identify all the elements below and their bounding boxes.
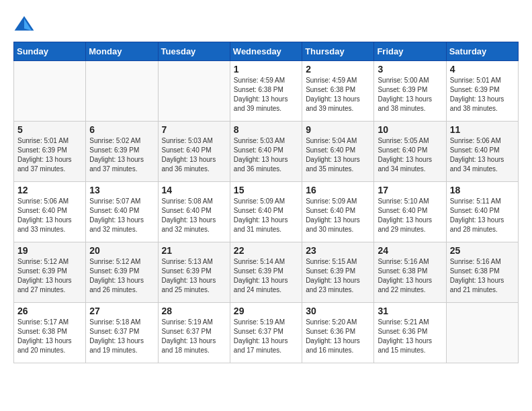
day-info: Sunrise: 5:07 AM Sunset: 6:40 PM Dayligh… [89, 197, 154, 234]
day-number: 25 [450, 245, 515, 256]
calendar-cell: 11Sunrise: 5:06 AM Sunset: 6:40 PM Dayli… [446, 122, 518, 182]
day-number: 27 [89, 306, 154, 316]
day-number: 4 [450, 64, 515, 75]
calendar-cell: 5Sunrise: 5:01 AM Sunset: 6:39 PM Daylig… [14, 122, 86, 182]
calendar-cell: 29Sunrise: 5:19 AM Sunset: 6:37 PM Dayli… [230, 303, 302, 363]
day-number: 17 [378, 185, 442, 195]
day-info: Sunrise: 4:59 AM Sunset: 6:38 PM Dayligh… [234, 76, 298, 113]
calendar-cell: 13Sunrise: 5:07 AM Sunset: 6:40 PM Dayli… [86, 182, 158, 242]
calendar-cell: 8Sunrise: 5:03 AM Sunset: 6:40 PM Daylig… [230, 122, 302, 182]
day-info: Sunrise: 5:03 AM Sunset: 6:40 PM Dayligh… [234, 136, 298, 174]
day-info: Sunrise: 5:14 AM Sunset: 6:39 PM Dayligh… [234, 257, 298, 295]
day-number: 20 [89, 245, 154, 256]
calendar-cell: 14Sunrise: 5:08 AM Sunset: 6:40 PM Dayli… [158, 182, 230, 242]
day-info: Sunrise: 5:20 AM Sunset: 6:36 PM Dayligh… [306, 318, 370, 355]
day-number: 13 [89, 185, 154, 195]
day-number: 16 [306, 185, 370, 195]
logo-icon [13, 13, 35, 35]
day-info: Sunrise: 5:19 AM Sunset: 6:37 PM Dayligh… [162, 318, 226, 355]
day-info: Sunrise: 5:09 AM Sunset: 6:40 PM Dayligh… [306, 197, 370, 234]
day-info: Sunrise: 5:16 AM Sunset: 6:38 PM Dayligh… [450, 257, 515, 295]
day-number: 23 [306, 245, 370, 256]
calendar-cell: 9Sunrise: 5:04 AM Sunset: 6:40 PM Daylig… [302, 122, 374, 182]
header-saturday: Saturday [446, 42, 518, 61]
calendar-cell [446, 303, 518, 363]
calendar-cell [158, 61, 230, 122]
day-number: 26 [17, 306, 82, 316]
day-number: 15 [234, 185, 298, 195]
day-number: 21 [162, 245, 226, 256]
header-wednesday: Wednesday [230, 42, 302, 61]
calendar-cell: 3Sunrise: 5:00 AM Sunset: 6:39 PM Daylig… [374, 61, 446, 122]
day-number: 24 [378, 245, 442, 256]
day-number: 3 [378, 64, 442, 75]
calendar-cell: 19Sunrise: 5:12 AM Sunset: 6:39 PM Dayli… [14, 242, 86, 303]
calendar-cell: 22Sunrise: 5:14 AM Sunset: 6:39 PM Dayli… [230, 242, 302, 303]
calendar-cell: 18Sunrise: 5:11 AM Sunset: 6:40 PM Dayli… [446, 182, 518, 242]
day-number: 9 [306, 124, 370, 135]
week-row-4: 19Sunrise: 5:12 AM Sunset: 6:39 PM Dayli… [14, 242, 519, 303]
calendar-cell: 26Sunrise: 5:17 AM Sunset: 6:38 PM Dayli… [14, 303, 86, 363]
calendar-cell: 6Sunrise: 5:02 AM Sunset: 6:39 PM Daylig… [86, 122, 158, 182]
calendar-table: SundayMondayTuesdayWednesdayThursdayFrid… [13, 42, 519, 363]
day-info: Sunrise: 5:06 AM Sunset: 6:40 PM Dayligh… [450, 136, 515, 174]
day-number: 14 [162, 185, 226, 195]
day-number: 22 [234, 245, 298, 256]
day-info: Sunrise: 5:05 AM Sunset: 6:40 PM Dayligh… [378, 136, 442, 174]
calendar-cell [14, 61, 86, 122]
day-number: 31 [378, 306, 442, 316]
calendar-cell [86, 61, 158, 122]
day-info: Sunrise: 5:09 AM Sunset: 6:40 PM Dayligh… [234, 197, 298, 234]
day-info: Sunrise: 4:59 AM Sunset: 6:38 PM Dayligh… [306, 76, 370, 113]
day-number: 18 [450, 185, 515, 195]
day-number: 28 [162, 306, 226, 316]
header [13, 13, 519, 35]
calendar-header-row: SundayMondayTuesdayWednesdayThursdayFrid… [14, 42, 519, 61]
day-info: Sunrise: 5:13 AM Sunset: 6:39 PM Dayligh… [162, 257, 226, 295]
header-sunday: Sunday [14, 42, 86, 61]
day-number: 12 [17, 185, 82, 195]
calendar-cell: 16Sunrise: 5:09 AM Sunset: 6:40 PM Dayli… [302, 182, 374, 242]
calendar-cell: 15Sunrise: 5:09 AM Sunset: 6:40 PM Dayli… [230, 182, 302, 242]
day-number: 19 [17, 245, 82, 256]
day-info: Sunrise: 5:00 AM Sunset: 6:39 PM Dayligh… [378, 76, 442, 113]
day-info: Sunrise: 5:01 AM Sunset: 6:39 PM Dayligh… [450, 76, 515, 113]
logo [13, 13, 39, 35]
day-number: 10 [378, 124, 442, 135]
calendar-cell: 7Sunrise: 5:03 AM Sunset: 6:40 PM Daylig… [158, 122, 230, 182]
calendar-cell: 24Sunrise: 5:16 AM Sunset: 6:38 PM Dayli… [374, 242, 446, 303]
day-info: Sunrise: 5:15 AM Sunset: 6:39 PM Dayligh… [306, 257, 370, 295]
header-thursday: Thursday [302, 42, 374, 61]
day-info: Sunrise: 5:16 AM Sunset: 6:38 PM Dayligh… [378, 257, 442, 295]
day-number: 1 [234, 64, 298, 75]
day-number: 5 [17, 124, 82, 135]
day-info: Sunrise: 5:11 AM Sunset: 6:40 PM Dayligh… [450, 197, 515, 234]
day-number: 8 [234, 124, 298, 135]
week-row-2: 5Sunrise: 5:01 AM Sunset: 6:39 PM Daylig… [14, 122, 519, 182]
day-info: Sunrise: 5:06 AM Sunset: 6:40 PM Dayligh… [17, 197, 82, 234]
header-tuesday: Tuesday [158, 42, 230, 61]
day-info: Sunrise: 5:18 AM Sunset: 6:37 PM Dayligh… [89, 318, 154, 355]
day-info: Sunrise: 5:08 AM Sunset: 6:40 PM Dayligh… [162, 197, 226, 234]
week-row-3: 12Sunrise: 5:06 AM Sunset: 6:40 PM Dayli… [14, 182, 519, 242]
calendar-cell: 25Sunrise: 5:16 AM Sunset: 6:38 PM Dayli… [446, 242, 518, 303]
calendar-cell: 17Sunrise: 5:10 AM Sunset: 6:40 PM Dayli… [374, 182, 446, 242]
calendar-cell: 10Sunrise: 5:05 AM Sunset: 6:40 PM Dayli… [374, 122, 446, 182]
calendar-cell: 31Sunrise: 5:21 AM Sunset: 6:36 PM Dayli… [374, 303, 446, 363]
header-monday: Monday [86, 42, 158, 61]
day-info: Sunrise: 5:21 AM Sunset: 6:36 PM Dayligh… [378, 318, 442, 355]
calendar-cell: 28Sunrise: 5:19 AM Sunset: 6:37 PM Dayli… [158, 303, 230, 363]
calendar-cell: 2Sunrise: 4:59 AM Sunset: 6:38 PM Daylig… [302, 61, 374, 122]
calendar-cell: 20Sunrise: 5:12 AM Sunset: 6:39 PM Dayli… [86, 242, 158, 303]
day-info: Sunrise: 5:04 AM Sunset: 6:40 PM Dayligh… [306, 136, 370, 174]
calendar-cell: 4Sunrise: 5:01 AM Sunset: 6:39 PM Daylig… [446, 61, 518, 122]
day-number: 6 [89, 124, 154, 135]
day-number: 7 [162, 124, 226, 135]
day-info: Sunrise: 5:12 AM Sunset: 6:39 PM Dayligh… [89, 257, 154, 295]
day-number: 30 [306, 306, 370, 316]
day-info: Sunrise: 5:19 AM Sunset: 6:37 PM Dayligh… [234, 318, 298, 355]
calendar-cell: 1Sunrise: 4:59 AM Sunset: 6:38 PM Daylig… [230, 61, 302, 122]
day-info: Sunrise: 5:17 AM Sunset: 6:38 PM Dayligh… [17, 318, 82, 355]
day-info: Sunrise: 5:12 AM Sunset: 6:39 PM Dayligh… [17, 257, 82, 295]
day-info: Sunrise: 5:01 AM Sunset: 6:39 PM Dayligh… [17, 136, 82, 174]
